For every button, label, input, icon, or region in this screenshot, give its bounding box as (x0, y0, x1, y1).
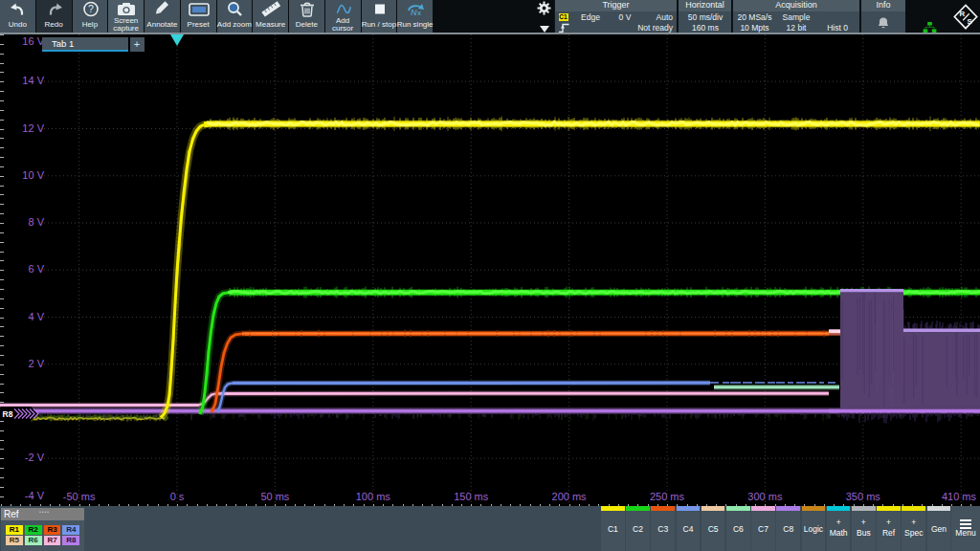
svg-text:?: ? (88, 3, 94, 14)
svg-text:R8: R8 (3, 409, 13, 419)
svg-text:N: N (411, 8, 417, 17)
svg-text:S: S (968, 17, 972, 26)
svg-text:x: x (417, 9, 421, 17)
svg-text:R: R (959, 10, 965, 18)
